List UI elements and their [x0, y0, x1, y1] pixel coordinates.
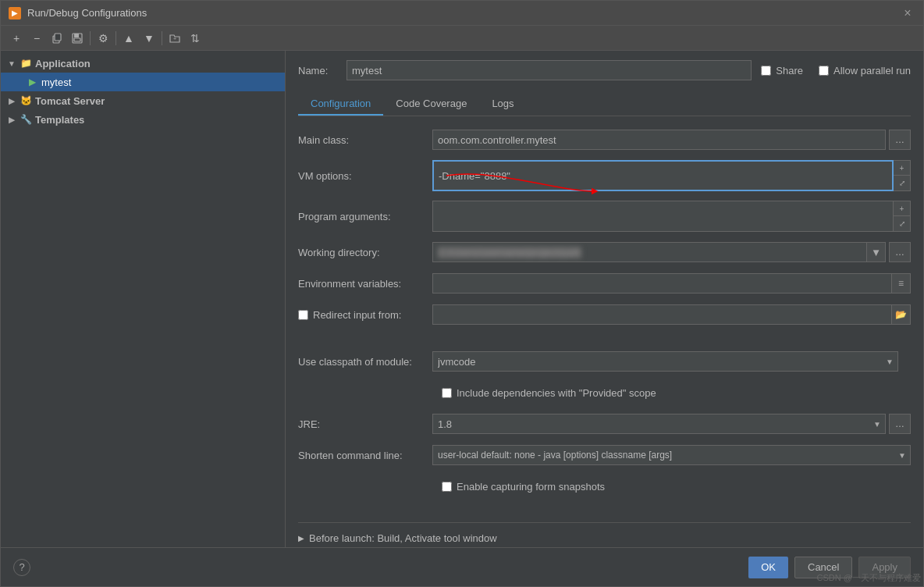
- shorten-row: Shorten command line: user-local default…: [298, 444, 911, 466]
- vm-options-expand-button[interactable]: +: [894, 160, 911, 176]
- help-button[interactable]: ?: [13, 559, 30, 576]
- program-args-fullscreen-button[interactable]: ⤢: [894, 216, 911, 232]
- tomcat-label: Tomcat Server: [35, 95, 105, 107]
- tomcat-arrow: ▶: [7, 96, 16, 105]
- capture-checkbox-label[interactable]: Enable capturing form snapshots: [442, 481, 605, 493]
- bottom-left: ?: [13, 559, 742, 576]
- share-checkbox-label[interactable]: Share: [761, 65, 803, 76]
- dialog-icon: ▶: [9, 7, 21, 20]
- capture-label: Enable capturing form snapshots: [457, 481, 605, 493]
- left-panel: ▼ 📁 Application ▶ mytest ▶ 🐱 Tomcat Serv…: [1, 51, 286, 547]
- main-class-input[interactable]: [432, 130, 886, 150]
- templates-wrench-icon: 🔧: [20, 113, 32, 126]
- jre-browse-button[interactable]: …: [889, 414, 911, 434]
- templates-label: Templates: [35, 114, 84, 126]
- watermark: CSDN @一天不与程序难爱: [817, 572, 921, 584]
- main-class-input-group: …: [432, 130, 911, 150]
- remove-button[interactable]: −: [27, 29, 46, 48]
- application-label: Application: [35, 58, 91, 69]
- parallel-label: Allow parallel run: [833, 65, 911, 76]
- configuration-form: Main class: … VM options: + ⤢: [298, 129, 911, 544]
- tab-logs[interactable]: Logs: [479, 93, 526, 116]
- redirect-input[interactable]: [432, 304, 892, 325]
- settings-button[interactable]: ⚙: [94, 29, 112, 48]
- folder-button[interactable]: +: [165, 29, 184, 48]
- templates-arrow: ▶: [7, 115, 16, 124]
- vm-options-input[interactable]: [432, 160, 894, 191]
- working-dir-blurred: C:/Users/username/project/path: [438, 247, 581, 258]
- program-args-input[interactable]: [432, 201, 894, 232]
- share-checkbox[interactable]: [761, 66, 771, 76]
- env-vars-input[interactable]: [432, 273, 892, 294]
- before-launch-header[interactable]: ▶ Before launch: Build, Activate tool wi…: [298, 532, 911, 544]
- down-button[interactable]: ▼: [140, 29, 158, 48]
- spacer-1: [298, 335, 911, 341]
- tab-code-coverage[interactable]: Code Coverage: [383, 93, 479, 116]
- env-vars-input-group: ≡: [432, 273, 911, 294]
- redirect-checkbox-label[interactable]: Redirect input from:: [298, 309, 401, 321]
- sort-button[interactable]: ⇅: [186, 29, 204, 48]
- env-vars-edit-button[interactable]: ≡: [892, 273, 911, 294]
- working-dir-input-group: C:/Users/username/project/path ▼ …: [432, 242, 911, 262]
- capture-checkbox[interactable]: [442, 482, 452, 492]
- include-deps-checkbox[interactable]: [442, 388, 452, 398]
- main-class-row: Main class: …: [298, 129, 911, 151]
- program-args-add-button[interactable]: +: [894, 201, 911, 216]
- before-launch-section: ▶ Before launch: Build, Activate tool wi…: [298, 522, 911, 544]
- jre-input-group: 1.8 …: [432, 414, 911, 434]
- name-input[interactable]: [346, 60, 752, 80]
- tree-group-application[interactable]: ▼ 📁 Application: [1, 54, 285, 73]
- save-button[interactable]: [68, 29, 87, 48]
- mytest-run-icon: ▶: [26, 76, 38, 88]
- toolbar-divider-3: [162, 31, 162, 45]
- classpath-select[interactable]: jvmcode: [432, 351, 898, 372]
- svg-rect-3: [74, 34, 79, 37]
- redirect-checkbox-group: Redirect input from:: [298, 309, 423, 321]
- top-right-options: Share Allow parallel run: [761, 65, 911, 76]
- main-class-browse-button[interactable]: …: [889, 130, 911, 150]
- redirect-input-group: 📂: [432, 304, 911, 325]
- program-args-label: Program arguments:: [298, 211, 423, 222]
- name-row: Name: Share Allow parallel run: [298, 60, 911, 80]
- classpath-select-group: jvmcode: [432, 351, 898, 372]
- env-vars-row: Environment variables: ≡: [298, 272, 911, 294]
- working-dir-label: Working directory:: [298, 247, 423, 258]
- tree-group-tomcat[interactable]: ▶ 🐱 Tomcat Server: [1, 91, 285, 110]
- title-bar-left: ▶ Run/Debug Configurations: [9, 7, 147, 20]
- application-folder-icon: 📁: [20, 57, 32, 69]
- redirect-browse-button[interactable]: 📂: [892, 304, 911, 325]
- working-dir-dropdown-button[interactable]: ▼: [867, 242, 886, 262]
- program-args-row: Program arguments: + ⤢: [298, 201, 911, 232]
- shorten-select-wrapper: user-local default: none - java [options…: [432, 445, 911, 465]
- add-button[interactable]: +: [7, 29, 26, 48]
- jre-row: JRE: 1.8 …: [298, 413, 911, 435]
- capture-row: Enable capturing form snapshots: [298, 475, 911, 497]
- title-bar: ▶ Run/Debug Configurations ×: [1, 1, 923, 26]
- vm-options-fullscreen-button[interactable]: ⤢: [894, 176, 911, 191]
- include-deps-row: Include dependencies with "Provided" sco…: [298, 382, 911, 404]
- toolbar-divider-1: [90, 31, 91, 45]
- redirect-label: Redirect input from:: [313, 309, 401, 321]
- tree-item-mytest[interactable]: ▶ mytest: [1, 73, 285, 91]
- svg-text:+: +: [173, 36, 176, 41]
- name-label: Name:: [298, 65, 337, 76]
- parallel-checkbox[interactable]: [819, 66, 829, 76]
- jre-select[interactable]: 1.8: [432, 414, 886, 434]
- share-label: Share: [776, 65, 803, 76]
- tab-configuration[interactable]: Configuration: [298, 93, 383, 116]
- tree-group-templates[interactable]: ▶ 🔧 Templates: [1, 110, 285, 129]
- application-arrow: ▼: [7, 59, 16, 68]
- parallel-checkbox-label[interactable]: Allow parallel run: [819, 65, 911, 76]
- ok-button[interactable]: OK: [748, 557, 788, 578]
- redirect-checkbox[interactable]: [298, 310, 308, 320]
- redirect-row: Redirect input from: 📂: [298, 304, 911, 326]
- svg-rect-1: [55, 34, 61, 41]
- include-deps-checkbox-label[interactable]: Include dependencies with "Provided" sco…: [442, 387, 656, 399]
- shorten-select[interactable]: user-local default: none - java [options…: [432, 445, 911, 465]
- before-launch-label: Before launch: Build, Activate tool wind…: [309, 532, 497, 544]
- up-button[interactable]: ▲: [119, 29, 138, 48]
- close-button[interactable]: ×: [900, 5, 915, 21]
- working-dir-browse-button[interactable]: …: [889, 242, 911, 262]
- shorten-label: Shorten command line:: [298, 450, 423, 461]
- copy-button[interactable]: [48, 29, 66, 48]
